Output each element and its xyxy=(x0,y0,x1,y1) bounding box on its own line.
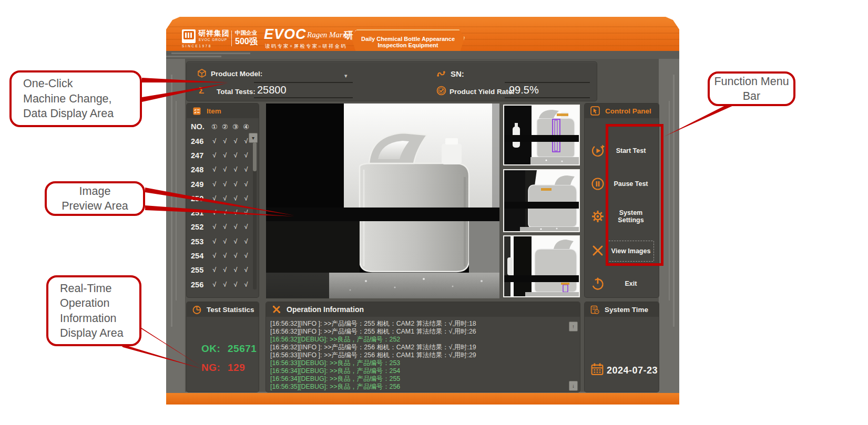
callout-function-menu-bar: Function Menu Bar xyxy=(708,71,795,106)
product-model-icon xyxy=(197,69,207,78)
start-icon xyxy=(591,144,605,158)
function-menu-highlight-rect xyxy=(606,124,663,266)
column-4: ④ xyxy=(241,123,251,131)
yield-rate-underline xyxy=(505,97,590,98)
total-tests-value: 25800 xyxy=(257,84,287,96)
check-mark: √ xyxy=(230,266,241,274)
table-row[interactable]: 249 √ √ √ √ xyxy=(187,177,251,191)
calendar-icon xyxy=(591,363,604,376)
table-row[interactable]: 247 √ √ √ √ xyxy=(187,148,251,162)
column-3: ③ xyxy=(230,123,241,131)
preview-thumbnail-2[interactable] xyxy=(503,169,580,232)
row-number: 253 xyxy=(191,237,209,246)
row-number: 250 xyxy=(191,194,209,203)
control-panel-header: Control Panel xyxy=(585,103,659,118)
item-table-body[interactable]: 246 √ √ √ √ 247 √ √ √ √ xyxy=(187,134,251,292)
logo-cn500-top: 中国企业 xyxy=(235,29,257,37)
table-row[interactable]: 255 √ √ √ √ xyxy=(187,263,251,277)
preview-thumbnail-3[interactable] xyxy=(503,235,580,297)
check-mark: √ xyxy=(209,181,220,188)
log-line: [16:56:33][DEBUG]: >>良品，产品编号：253 xyxy=(270,359,566,367)
item-panel-header: Item xyxy=(187,103,259,118)
check-mark: √ xyxy=(241,166,251,173)
check-mark: √ xyxy=(230,209,241,216)
check-mark: √ xyxy=(209,281,220,288)
row-number: 249 xyxy=(191,180,209,189)
check-mark: √ xyxy=(209,209,220,216)
test-statistics-panel: Test Statistics OK: 25671 NG: 129 xyxy=(187,302,259,392)
evoc-group-logo-icon xyxy=(182,29,196,43)
check-mark: √ xyxy=(209,223,220,231)
log-line: [16:56:33][INFO ]: >>产品编号：256 相机：CAM1 算法… xyxy=(270,351,566,359)
check-mark: √ xyxy=(209,252,220,260)
logo-slogan: 读码专家+屏检专家=研祥金码 xyxy=(265,43,347,50)
exit-label: Exit xyxy=(606,273,656,294)
item-table-columns: NO. ① ② ③ ④ xyxy=(187,120,251,133)
chevron-down-icon[interactable]: ▾ xyxy=(344,72,348,79)
preview-thumbnail-1[interactable] xyxy=(503,105,580,165)
check-mark: √ xyxy=(241,252,251,260)
column-no: NO. xyxy=(191,122,209,131)
header-sub-band xyxy=(166,51,679,59)
item-scroll-button[interactable]: ▾ xyxy=(249,133,258,143)
operation-information-header: Operation Information xyxy=(266,302,580,317)
ok-label: OK: xyxy=(201,343,228,355)
exit-button[interactable]: Exit xyxy=(585,273,659,294)
yield-rate-icon xyxy=(436,86,446,96)
bottle-photo xyxy=(266,103,499,298)
sn-input[interactable] xyxy=(505,82,590,83)
item-scrollbar-thumb[interactable] xyxy=(253,142,257,171)
check-mark: √ xyxy=(230,281,241,288)
check-mark: √ xyxy=(230,223,241,231)
logo-cn500-bottom: 500强 xyxy=(235,36,258,47)
check-mark: √ xyxy=(230,138,241,145)
check-mark: √ xyxy=(220,181,230,188)
window-footer-bar xyxy=(166,393,679,405)
table-row[interactable]: 250 √ √ √ √ xyxy=(187,191,251,205)
check-mark: √ xyxy=(220,266,230,274)
log-line: [16:56:32][INFO ]: >>产品编号：256 相机：CAM2 算法… xyxy=(270,344,566,351)
check-mark: √ xyxy=(241,281,251,288)
log-scroll-up-button[interactable]: ↑ xyxy=(569,322,578,331)
check-mark: √ xyxy=(230,166,241,173)
row-number: 247 xyxy=(191,151,209,160)
check-mark: √ xyxy=(241,209,251,216)
product-model-dropdown[interactable] xyxy=(254,82,353,83)
item-panel-title: Item xyxy=(207,107,221,115)
log-scroll-down-button[interactable]: ↓ xyxy=(569,381,578,391)
pie-chart-icon xyxy=(192,305,201,314)
table-row[interactable]: 246 √ √ √ √ xyxy=(187,134,251,148)
row-number: 252 xyxy=(191,223,209,231)
check-mark: √ xyxy=(220,152,230,159)
ok-value: 25671 xyxy=(228,343,257,355)
check-mark: √ xyxy=(241,181,251,188)
operation-information-title: Operation Information xyxy=(287,305,364,314)
check-mark: √ xyxy=(241,238,251,245)
hand-pointer-icon xyxy=(590,106,600,116)
gear-icon xyxy=(591,210,605,223)
close-icon xyxy=(591,244,605,257)
checklist-icon xyxy=(192,107,201,116)
table-row[interactable]: 252 √ √ √ √ xyxy=(187,220,251,234)
check-mark: √ xyxy=(209,138,220,145)
operation-log[interactable]: [16:56:32][INFO ]: >>产品编号：255 相机：CAM2 算法… xyxy=(270,320,566,391)
check-mark: √ xyxy=(220,209,230,216)
check-mark: √ xyxy=(220,281,230,288)
logo-group-name: 研祥集团 xyxy=(198,29,230,38)
table-row[interactable]: 253 √ √ √ √ xyxy=(187,234,251,248)
ng-count: NG: 129 xyxy=(201,362,245,374)
table-row[interactable]: 251 √ √ √ √ xyxy=(187,205,251,220)
system-time-title: System Time xyxy=(605,306,648,314)
check-mark: √ xyxy=(209,266,220,274)
check-mark: √ xyxy=(220,195,230,202)
pause-icon xyxy=(591,177,605,191)
check-mark: √ xyxy=(209,152,220,159)
row-number: 256 xyxy=(191,281,209,289)
check-mark: √ xyxy=(230,152,241,159)
badge-line1: Daily Chemical Bottle Appearance xyxy=(361,36,455,42)
table-row[interactable]: 256 √ √ √ √ xyxy=(187,277,251,292)
table-row[interactable]: 254 √ √ √ √ xyxy=(187,248,251,263)
check-mark: √ xyxy=(209,166,220,173)
row-number: 246 xyxy=(191,137,209,146)
table-row[interactable]: 248 √ √ √ √ xyxy=(187,163,251,177)
